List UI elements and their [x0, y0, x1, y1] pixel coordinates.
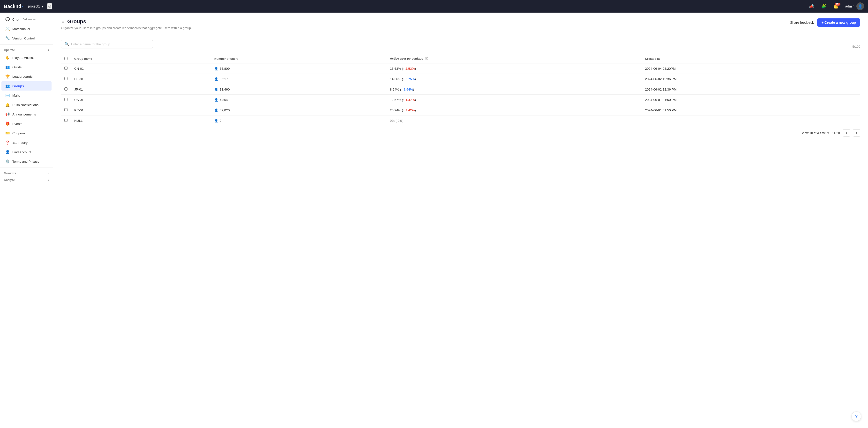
star-icon[interactable]: ☆ — [61, 19, 65, 24]
users-cell: 👤 52,020 — [211, 105, 386, 115]
info-icon[interactable]: ⓘ — [425, 57, 428, 60]
find-account-icon: 👤 — [5, 150, 10, 154]
table-row: NULL 👤 0 0% (-0%) — [61, 115, 860, 126]
main-content: ☆ Groups Organize your users into groups… — [53, 12, 868, 428]
row-checkbox[interactable] — [64, 87, 67, 90]
active-pct-cell: 14.36% (↓ 0.75%) — [386, 74, 642, 84]
created-at-header: Created at — [642, 54, 860, 63]
row-checkbox-cell[interactable] — [61, 63, 71, 74]
notifications-icon[interactable]: 🔔 99+ — [831, 3, 840, 10]
active-pct-cell: 20.24% (↑ 3.42%) — [386, 105, 642, 115]
push-notifications-icon: 🔔 — [5, 103, 10, 107]
sidebar-item-chat[interactable]: 💬 Chat Old version — [1, 15, 52, 24]
logo-dot: • — [22, 5, 23, 8]
user-count-icon: 👤 — [214, 88, 218, 91]
sidebar-item-mails[interactable]: ✉️ Mails — [1, 91, 52, 100]
sidebar-item-events[interactable]: 🎁 Events — [1, 119, 52, 128]
sidebar-item-coupons[interactable]: 🎫 Coupons — [1, 129, 52, 138]
page-title: ☆ Groups — [61, 19, 192, 25]
group-name-cell: NULL — [71, 115, 211, 126]
show-select[interactable]: Show 10 at a time ▾ — [801, 131, 829, 135]
sidebar-item-players-access[interactable]: ✋ Players Access — [1, 53, 52, 62]
row-checkbox-cell[interactable] — [61, 74, 71, 84]
next-page-button[interactable]: › — [853, 129, 860, 137]
user-count-icon: 👤 — [214, 109, 218, 112]
created-at-cell — [642, 115, 860, 126]
table-row: CN-01 👤 35,809 18.63% (↑ 2.53%) 2024-06-… — [61, 63, 860, 74]
megaphone-icon[interactable]: 📣 — [807, 3, 816, 10]
select-all-header[interactable] — [61, 54, 71, 63]
table-footer: Show 10 at a time ▾ 11-20 ‹ › — [61, 126, 860, 137]
users-cell: 👤 4,364 — [211, 95, 386, 105]
sidebar-item-leaderboards[interactable]: 🏆 Leaderboards — [1, 72, 52, 81]
guilds-icon: 👥 — [5, 65, 10, 69]
row-checkbox-cell[interactable] — [61, 84, 71, 95]
search-input[interactable] — [71, 42, 149, 46]
mails-icon: ✉️ — [5, 93, 10, 97]
page-actions: Share feedback + Create a new group — [790, 19, 860, 27]
users-header: Number of users — [211, 54, 386, 63]
row-checkbox-cell[interactable] — [61, 115, 71, 126]
sidebar-item-matchmaker[interactable]: ⚔️ Matchmaker — [1, 24, 52, 33]
row-checkbox-cell[interactable] — [61, 105, 71, 115]
topnav: Backnd• project1 ▾ ⚙ 📣 🧩 🔔 99+ admin 👤 — [0, 0, 868, 12]
puzzle-icon[interactable]: 🧩 — [819, 3, 828, 10]
analyze-section[interactable]: Analyze › — [0, 176, 53, 183]
page-title-block: ☆ Groups Organize your users into groups… — [61, 19, 192, 30]
row-checkbox[interactable] — [64, 66, 67, 70]
inquiry-icon: ❓ — [5, 140, 10, 145]
sidebar-item-announcements[interactable]: 📢 Announcements — [1, 110, 52, 119]
sidebar-item-guilds[interactable]: 👥 Guilds — [1, 62, 52, 72]
project-selector[interactable]: project1 ▾ — [28, 4, 43, 8]
group-name-cell: JP-01 — [71, 84, 211, 95]
events-icon: 🎁 — [5, 121, 10, 126]
created-at-cell: 2024-06-01 01:50 PM — [642, 105, 860, 115]
table-row: US-01 👤 4,364 12.57% (↑ 1.47%) 2024-06-0… — [61, 95, 860, 105]
create-new-group-button[interactable]: + Create a new group — [817, 19, 860, 27]
logo: Backnd• — [4, 4, 23, 9]
operate-section[interactable]: Operate ▾ — [0, 46, 53, 53]
avatar: 👤 — [857, 2, 864, 10]
announcements-icon: 📢 — [5, 112, 10, 116]
notification-badge: 99+ — [835, 3, 840, 6]
user-menu[interactable]: admin 👤 — [845, 2, 864, 10]
sidebar-item-find-account[interactable]: 👤 Find Account — [1, 147, 52, 156]
created-at-cell: 2024-06-04 03:20PM — [642, 63, 860, 74]
group-count: 5/100 — [852, 45, 860, 49]
settings-icon[interactable]: ⚙ — [47, 3, 52, 9]
row-checkbox-cell[interactable] — [61, 95, 71, 105]
prev-page-button[interactable]: ‹ — [843, 129, 850, 137]
sidebar-item-version-control[interactable]: 🔧 Version Control — [1, 34, 52, 43]
users-cell: 👤 35,809 — [211, 63, 386, 74]
monetize-section[interactable]: Monetize › — [0, 169, 53, 176]
row-checkbox[interactable] — [64, 119, 67, 122]
groups-icon: 👥 — [5, 84, 10, 88]
group-name-header: Group name — [71, 54, 211, 63]
sidebar-item-inquiry[interactable]: ❓ 1:1 Inquiry — [1, 138, 52, 147]
row-checkbox[interactable] — [64, 98, 67, 101]
groups-table: Group name Number of users Active user p… — [61, 54, 860, 126]
page-header: ☆ Groups Organize your users into groups… — [53, 12, 868, 34]
user-count-icon: 👤 — [214, 119, 218, 122]
table-row: KR-01 👤 52,020 20.24% (↑ 3.42%) 2024-06-… — [61, 105, 860, 115]
group-name-cell: KR-01 — [71, 105, 211, 115]
row-checkbox[interactable] — [64, 108, 67, 111]
share-feedback-button[interactable]: Share feedback — [790, 21, 814, 24]
table-row: DE-01 👤 3,217 14.36% (↓ 0.75%) 2024-06-0… — [61, 74, 860, 84]
players-access-icon: ✋ — [5, 55, 10, 60]
users-cell: 👤 3,217 — [211, 74, 386, 84]
leaderboards-icon: 🏆 — [5, 74, 10, 79]
sidebar-item-terms-privacy[interactable]: 🛡️ Terms and Privacy — [1, 157, 52, 166]
coupons-icon: 🎫 — [5, 131, 10, 135]
select-all-checkbox[interactable] — [64, 57, 67, 60]
help-button[interactable]: ? — [851, 411, 861, 421]
chat-icon: 💬 — [5, 17, 10, 22]
row-checkbox[interactable] — [64, 77, 67, 80]
sidebar-item-push-notifications[interactable]: 🔔 Push Notifications — [1, 100, 52, 109]
group-name-cell: US-01 — [71, 95, 211, 105]
active-pct-cell: 8.94% (↓ 1.54%) — [386, 84, 642, 95]
group-search[interactable]: 🔍 — [61, 40, 153, 49]
user-count-icon: 👤 — [214, 67, 218, 70]
sidebar: 💬 Chat Old version ⚔️ Matchmaker 🔧 Versi… — [0, 12, 53, 428]
sidebar-item-groups[interactable]: 👥 Groups — [1, 81, 52, 90]
